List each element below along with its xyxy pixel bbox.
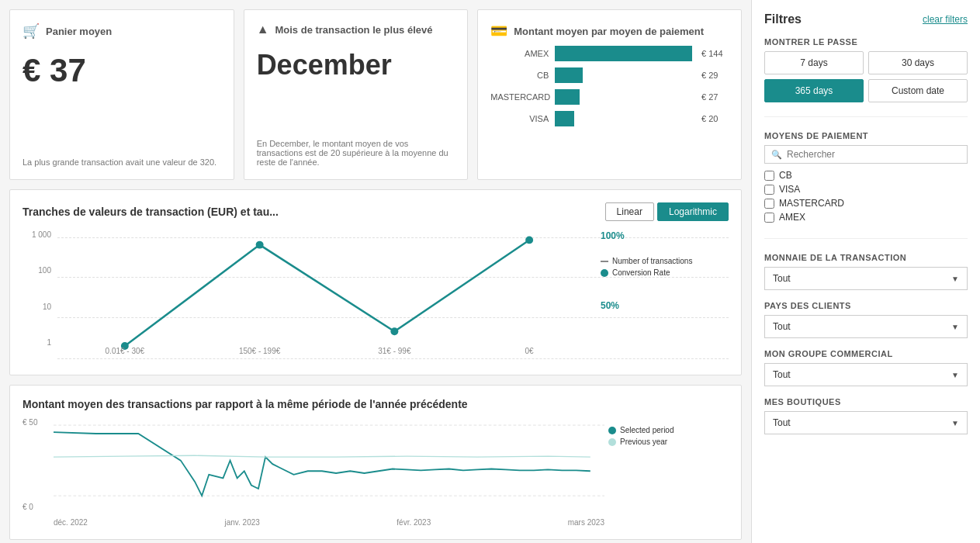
chevron-down-icon2: ▼ bbox=[951, 323, 959, 331]
montrer-label: MONTRER LE PASSE bbox=[764, 37, 968, 47]
divider2 bbox=[764, 238, 968, 239]
boutiques-dropdown[interactable]: Tout ▼ bbox=[764, 411, 968, 434]
montant-moyen-header: 💳 Montant moyen par moyen de paiement bbox=[490, 22, 729, 40]
clear-filters-button[interactable]: clear filters bbox=[923, 14, 968, 25]
bar-row-mastercard: MASTERCARD € 27 bbox=[490, 89, 729, 105]
mois-transaction-value: December bbox=[257, 49, 455, 81]
x-axis-labels: 0.01€ - 30€ 150€ - 199€ 31€ - 99€ 0€ bbox=[57, 347, 597, 362]
monnaie-dropdown[interactable]: Tout ▼ bbox=[764, 267, 968, 290]
montant-moyen-card: 💳 Montant moyen par moyen de paiement AM… bbox=[477, 9, 742, 180]
mois-transaction-title: Mois de transaction le plus élevé bbox=[275, 24, 432, 36]
legend-conversion: Conversion Rate bbox=[601, 268, 729, 277]
monnaie-label: MONNAIE DE LA TRANSACTION bbox=[764, 253, 968, 262]
bar-row-cb: CB € 29 bbox=[490, 67, 729, 83]
chart-legend: 100% Number of transactions Conversion R… bbox=[601, 230, 729, 311]
groupe-dropdown[interactable]: Tout ▼ bbox=[764, 363, 968, 386]
sidebar: Filtres clear filters MONTRER LE PASSE 7… bbox=[751, 0, 980, 543]
moyens-section: MOYENS DE PAIEMENT 🔍 CB VISA MASTERCARD … bbox=[764, 131, 968, 224]
monnaie-value: Tout bbox=[773, 273, 791, 284]
chevron-down-icon4: ▼ bbox=[951, 419, 959, 427]
search-box[interactable]: 🔍 bbox=[764, 145, 968, 164]
chevron-down-icon: ▼ bbox=[951, 275, 959, 283]
bottom-chart-section: Montant moyen des transactions par rappo… bbox=[9, 385, 742, 540]
days-grid: 7 days 30 days 365 days Custom date bbox=[764, 51, 968, 102]
panier-moyen-value: € 37 bbox=[23, 52, 221, 89]
panier-moyen-subtitle: La plus grande transaction avait une val… bbox=[23, 157, 221, 167]
pct-top-label: 100% bbox=[601, 230, 729, 241]
trend-icon: ▲ bbox=[257, 22, 269, 36]
7days-button[interactable]: 7 days bbox=[764, 51, 864, 74]
moyens-label: MOYENS DE PAIEMENT bbox=[764, 131, 968, 140]
sidebar-title: Filtres bbox=[764, 12, 802, 26]
panier-moyen-header: 🛒 Panier moyen bbox=[23, 22, 221, 40]
cb-checkbox[interactable] bbox=[764, 171, 774, 181]
montrer-section: MONTRER LE PASSE 7 days 30 days 365 days… bbox=[764, 37, 968, 102]
bottom-chart-svg bbox=[54, 418, 604, 503]
365days-button[interactable]: 365 days bbox=[764, 79, 864, 102]
visa-label: VISA bbox=[779, 184, 800, 195]
bottom-chart-legend: Selected period Previous year bbox=[608, 426, 729, 446]
chevron-down-icon3: ▼ bbox=[951, 371, 959, 379]
panier-moyen-title: Panier moyen bbox=[46, 26, 112, 37]
boutiques-section: MES BOUTIQUES Tout ▼ bbox=[764, 397, 968, 434]
bar-row-visa: VISA € 20 bbox=[490, 111, 729, 126]
groupe-value: Tout bbox=[773, 369, 791, 380]
mois-transaction-card: ▲ Mois de transaction le plus élevé Dece… bbox=[244, 9, 469, 180]
boutiques-value: Tout bbox=[773, 417, 791, 428]
chart-toggle-group: Linear Logarithmic bbox=[605, 202, 729, 221]
panier-moyen-card: 🛒 Panier moyen € 37 La plus grande trans… bbox=[9, 9, 234, 180]
amex-checkbox-item: AMEX bbox=[764, 210, 968, 224]
tranche-chart-header: Tranches de valeurs de transaction (EUR)… bbox=[23, 202, 729, 221]
visa-checkbox-item: VISA bbox=[764, 182, 968, 196]
mois-transaction-header: ▲ Mois de transaction le plus élevé bbox=[257, 22, 455, 36]
custom-date-button[interactable]: Custom date bbox=[868, 79, 968, 102]
cb-label: CB bbox=[779, 170, 792, 181]
tranche-chart-title: Tranches de valeurs de transaction (EUR)… bbox=[23, 206, 279, 218]
groupe-label: MON GROUPE COMMERCIAL bbox=[764, 349, 968, 358]
log-chart-inner: 0.01€ - 30€ 150€ - 199€ 31€ - 99€ 0€ 100… bbox=[57, 230, 729, 362]
pct-bottom-label: 50% bbox=[601, 300, 729, 311]
cb-checkbox-item: CB bbox=[764, 168, 968, 182]
basket-icon: 🛒 bbox=[23, 22, 40, 40]
bottom-chart-title: Montant moyen des transactions par rappo… bbox=[23, 398, 729, 410]
mois-transaction-subtitle: En December, le montant moyen de vos tra… bbox=[257, 139, 455, 167]
visa-checkbox[interactable] bbox=[764, 185, 774, 195]
log-y-axis: 1 000 100 10 1 bbox=[23, 230, 57, 362]
mastercard-checkbox-item: MASTERCARD bbox=[764, 196, 968, 210]
pays-dropdown[interactable]: Tout ▼ bbox=[764, 315, 968, 338]
monnaie-section: MONNAIE DE LA TRANSACTION Tout ▼ bbox=[764, 253, 968, 290]
sidebar-header: Filtres clear filters bbox=[764, 12, 968, 26]
pays-label: PAYS DES CLIENTS bbox=[764, 301, 968, 310]
logarithmic-toggle-button[interactable]: Logarithmic bbox=[657, 202, 729, 221]
30days-button[interactable]: 30 days bbox=[868, 51, 968, 74]
bar-row-amex: AMEX € 144 bbox=[490, 46, 729, 61]
mastercard-label: MASTERCARD bbox=[779, 198, 844, 209]
montant-moyen-title: Montant moyen par moyen de paiement bbox=[514, 26, 704, 37]
bottom-x-labels: déc. 2022 janv. 2023 févr. 2023 mars 202… bbox=[54, 518, 604, 527]
mastercard-checkbox[interactable] bbox=[764, 199, 774, 209]
pays-section: PAYS DES CLIENTS Tout ▼ bbox=[764, 301, 968, 338]
payment-bar-chart: AMEX € 144 CB € 29 MASTERCARD € 27 VISA bbox=[490, 46, 729, 167]
payment-icon: 💳 bbox=[490, 22, 507, 40]
pays-value: Tout bbox=[773, 321, 791, 332]
legend-transactions: Number of transactions bbox=[601, 257, 729, 265]
log-chart-area: 1 000 100 10 1 bbox=[23, 230, 729, 362]
amex-label: AMEX bbox=[779, 212, 805, 223]
groupe-section: MON GROUPE COMMERCIAL Tout ▼ bbox=[764, 349, 968, 386]
tranche-chart-section: Tranches de valeurs de transaction (EUR)… bbox=[9, 189, 742, 375]
linear-toggle-button[interactable]: Linear bbox=[605, 202, 654, 221]
search-icon: 🔍 bbox=[771, 150, 782, 160]
bottom-chart-area: € 50 € 0 déc. 2022 janv. 2023 févr. 2023… bbox=[23, 418, 729, 527]
amex-checkbox[interactable] bbox=[764, 213, 774, 223]
divider1 bbox=[764, 116, 968, 117]
bottom-y-axis: € 50 € 0 bbox=[23, 418, 50, 511]
search-input[interactable] bbox=[787, 149, 961, 160]
boutiques-label: MES BOUTIQUES bbox=[764, 397, 968, 406]
